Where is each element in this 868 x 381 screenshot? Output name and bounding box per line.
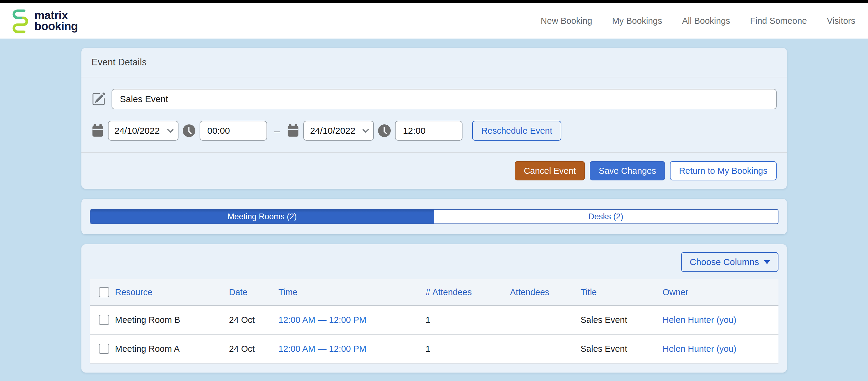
- page-title: Event Details: [92, 57, 777, 68]
- nav-new-booking[interactable]: New Booking: [540, 16, 592, 26]
- cell-attendee-count: 1: [423, 305, 507, 334]
- cell-attendees: [507, 334, 578, 363]
- row-checkbox[interactable]: [99, 315, 109, 325]
- nav-visitors[interactable]: Visitors: [827, 16, 855, 26]
- cell-time-link[interactable]: 12:00 AM — 12:00 PM: [279, 344, 367, 354]
- cell-title: Sales Event: [578, 305, 660, 334]
- edit-icon: [92, 92, 105, 106]
- page-content: Event Details: [82, 48, 787, 373]
- event-name-row: [92, 89, 777, 109]
- calendar-icon: [92, 124, 104, 138]
- cell-attendees: [507, 305, 578, 334]
- clock-icon: [183, 125, 195, 137]
- start-date-select[interactable]: 24/10/2022: [108, 121, 179, 141]
- cell-owner-link[interactable]: Helen Hunter (you): [663, 315, 737, 325]
- event-actions: Cancel Event Save Changes Return to My B…: [82, 153, 787, 189]
- event-details-card: Event Details: [82, 48, 787, 189]
- end-time-input[interactable]: [395, 121, 463, 141]
- resource-tabs-card: Meeting Rooms (2) Desks (2): [82, 199, 787, 234]
- table-toolbar: Choose Columns: [90, 252, 778, 272]
- table-row: Meeting Room B 24 Oct 12:00 AM — 12:00 P…: [90, 305, 778, 334]
- cell-title: Sales Event: [578, 334, 660, 363]
- choose-columns-label: Choose Columns: [689, 257, 759, 267]
- cell-resource: Meeting Room A: [112, 334, 226, 363]
- return-to-my-bookings-button[interactable]: Return to My Bookings: [670, 161, 776, 180]
- resource-tabbar: Meeting Rooms (2) Desks (2): [90, 209, 778, 224]
- column-header-time[interactable]: Time: [276, 279, 423, 305]
- select-all-checkbox[interactable]: [99, 287, 109, 297]
- row-checkbox[interactable]: [99, 344, 109, 354]
- start-date-value: 24/10/2022: [115, 126, 160, 136]
- table-row: Meeting Room A 24 Oct 12:00 AM — 12:00 P…: [90, 334, 778, 363]
- main-nav: New Booking My Bookings All Bookings Fin…: [540, 16, 857, 26]
- column-header-attendees[interactable]: Attendees: [507, 279, 578, 305]
- column-header-attendee-count[interactable]: # Attendees: [423, 279, 507, 305]
- column-header-owner[interactable]: Owner: [660, 279, 778, 305]
- event-details-header: Event Details: [82, 48, 787, 77]
- event-name-input[interactable]: [112, 89, 777, 109]
- column-header-title[interactable]: Title: [578, 279, 660, 305]
- tab-desks[interactable]: Desks (2): [434, 210, 778, 223]
- matrix-booking-logo-icon: [11, 8, 30, 33]
- choose-columns-button[interactable]: Choose Columns: [681, 252, 778, 272]
- end-date-value: 24/10/2022: [310, 126, 355, 136]
- save-changes-button[interactable]: Save Changes: [590, 161, 665, 180]
- nav-find-someone[interactable]: Find Someone: [750, 16, 807, 26]
- logo-line-2: booking: [34, 21, 78, 32]
- bookings-table: Resource Date Time # Attendees Attendees…: [90, 279, 778, 363]
- logo-wordmark: matrix booking: [34, 10, 78, 32]
- clock-icon: [378, 125, 391, 137]
- nav-all-bookings[interactable]: All Bookings: [682, 16, 730, 26]
- window-top-bar: [0, 0, 868, 3]
- caret-down-icon: [764, 260, 770, 264]
- start-time-input[interactable]: [199, 121, 267, 141]
- date-range-separator: –: [274, 125, 280, 137]
- cell-date: 24 Oct: [226, 334, 276, 363]
- column-header-resource[interactable]: Resource: [112, 279, 226, 305]
- matrix-booking-page: matrix booking New Booking My Bookings A…: [0, 0, 868, 381]
- chevron-down-icon: [166, 126, 175, 135]
- cancel-event-button[interactable]: Cancel Event: [515, 161, 585, 180]
- table-header-row: Resource Date Time # Attendees Attendees…: [90, 279, 778, 305]
- cell-owner-link[interactable]: Helen Hunter (you): [663, 344, 737, 354]
- cell-date: 24 Oct: [226, 305, 276, 334]
- reschedule-event-button[interactable]: Reschedule Event: [472, 121, 561, 141]
- cell-resource: Meeting Room B: [112, 305, 226, 334]
- event-schedule-row: 24/10/2022 –: [92, 121, 777, 141]
- tab-meeting-rooms[interactable]: Meeting Rooms (2): [90, 210, 434, 223]
- event-details-body: 24/10/2022 –: [82, 77, 787, 152]
- calendar-icon: [287, 124, 299, 138]
- cell-attendee-count: 1: [423, 334, 507, 363]
- end-date-select[interactable]: 24/10/2022: [303, 121, 374, 141]
- column-header-date[interactable]: Date: [226, 279, 276, 305]
- chevron-down-icon: [361, 126, 370, 135]
- logo-line-1: matrix: [34, 10, 78, 21]
- app-header: matrix booking New Booking My Bookings A…: [0, 3, 868, 39]
- nav-my-bookings[interactable]: My Bookings: [612, 16, 662, 26]
- cell-time-link[interactable]: 12:00 AM — 12:00 PM: [279, 315, 367, 325]
- matrix-booking-logo[interactable]: matrix booking: [11, 8, 78, 33]
- bookings-table-card: Choose Columns Resource Date Time # Atte…: [82, 244, 787, 373]
